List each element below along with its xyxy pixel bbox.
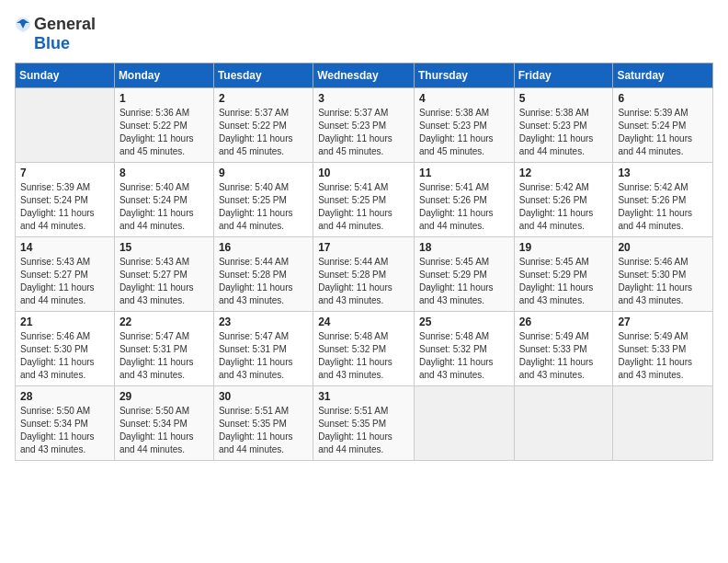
calendar-cell: 10Sunrise: 5:41 AM Sunset: 5:25 PM Dayli… xyxy=(313,163,415,237)
calendar-cell: 18Sunrise: 5:45 AM Sunset: 5:29 PM Dayli… xyxy=(414,237,514,312)
calendar-cell: 26Sunrise: 5:49 AM Sunset: 5:33 PM Dayli… xyxy=(514,312,613,386)
calendar-cell: 15Sunrise: 5:43 AM Sunset: 5:27 PM Dayli… xyxy=(114,237,213,312)
day-info: Sunrise: 5:39 AM Sunset: 5:24 PM Dayligh… xyxy=(20,181,109,233)
calendar-cell: 2Sunrise: 5:37 AM Sunset: 5:22 PM Daylig… xyxy=(213,88,313,163)
calendar-cell: 22Sunrise: 5:47 AM Sunset: 5:31 PM Dayli… xyxy=(114,312,213,386)
calendar-week-row: 7Sunrise: 5:39 AM Sunset: 5:24 PM Daylig… xyxy=(16,163,713,237)
day-info: Sunrise: 5:41 AM Sunset: 5:26 PM Dayligh… xyxy=(419,181,509,233)
day-number: 27 xyxy=(618,316,708,328)
calendar-cell xyxy=(16,88,115,163)
day-info: Sunrise: 5:41 AM Sunset: 5:25 PM Dayligh… xyxy=(318,181,409,233)
day-info: Sunrise: 5:40 AM Sunset: 5:25 PM Dayligh… xyxy=(219,181,308,233)
calendar-cell: 20Sunrise: 5:46 AM Sunset: 5:30 PM Dayli… xyxy=(613,237,713,312)
day-number: 28 xyxy=(20,390,109,403)
day-number: 12 xyxy=(519,167,609,179)
calendar-cell: 21Sunrise: 5:46 AM Sunset: 5:30 PM Dayli… xyxy=(16,312,115,386)
day-info: Sunrise: 5:50 AM Sunset: 5:34 PM Dayligh… xyxy=(20,405,109,456)
day-number: 17 xyxy=(318,241,409,254)
day-number: 9 xyxy=(219,167,308,179)
day-number: 13 xyxy=(618,167,708,179)
day-info: Sunrise: 5:45 AM Sunset: 5:29 PM Dayligh… xyxy=(519,256,609,307)
day-number: 2 xyxy=(219,92,308,105)
calendar-cell: 27Sunrise: 5:49 AM Sunset: 5:33 PM Dayli… xyxy=(613,312,713,386)
calendar-cell: 16Sunrise: 5:44 AM Sunset: 5:28 PM Dayli… xyxy=(213,237,313,312)
day-info: Sunrise: 5:49 AM Sunset: 5:33 PM Dayligh… xyxy=(519,330,609,382)
day-number: 29 xyxy=(119,390,209,403)
calendar-cell: 25Sunrise: 5:48 AM Sunset: 5:32 PM Dayli… xyxy=(414,312,514,386)
calendar-cell: 6Sunrise: 5:39 AM Sunset: 5:24 PM Daylig… xyxy=(613,88,713,163)
day-info: Sunrise: 5:51 AM Sunset: 5:35 PM Dayligh… xyxy=(219,405,308,456)
day-number: 15 xyxy=(119,241,209,254)
calendar-cell: 23Sunrise: 5:47 AM Sunset: 5:31 PM Dayli… xyxy=(213,312,313,386)
calendar-cell: 28Sunrise: 5:50 AM Sunset: 5:34 PM Dayli… xyxy=(16,386,115,461)
day-info: Sunrise: 5:47 AM Sunset: 5:31 PM Dayligh… xyxy=(219,330,308,382)
column-header-tuesday: Tuesday xyxy=(213,63,313,88)
page-header: General Blue xyxy=(15,15,713,53)
calendar-week-row: 21Sunrise: 5:46 AM Sunset: 5:30 PM Dayli… xyxy=(16,312,713,386)
day-info: Sunrise: 5:46 AM Sunset: 5:30 PM Dayligh… xyxy=(618,256,708,307)
day-number: 22 xyxy=(119,316,209,328)
calendar-cell: 19Sunrise: 5:45 AM Sunset: 5:29 PM Dayli… xyxy=(514,237,613,312)
day-number: 14 xyxy=(20,241,109,254)
day-info: Sunrise: 5:45 AM Sunset: 5:29 PM Dayligh… xyxy=(419,256,509,307)
calendar-cell: 29Sunrise: 5:50 AM Sunset: 5:34 PM Dayli… xyxy=(114,386,213,461)
day-number: 23 xyxy=(219,316,308,328)
column-header-friday: Friday xyxy=(514,63,613,88)
day-info: Sunrise: 5:50 AM Sunset: 5:34 PM Dayligh… xyxy=(119,405,209,456)
day-info: Sunrise: 5:37 AM Sunset: 5:22 PM Dayligh… xyxy=(219,107,308,158)
day-number: 11 xyxy=(419,167,509,179)
calendar-cell: 3Sunrise: 5:37 AM Sunset: 5:23 PM Daylig… xyxy=(313,88,415,163)
day-number: 16 xyxy=(219,241,308,254)
calendar-cell xyxy=(514,386,613,461)
column-header-wednesday: Wednesday xyxy=(313,63,415,88)
day-info: Sunrise: 5:48 AM Sunset: 5:32 PM Dayligh… xyxy=(318,330,409,382)
day-number: 26 xyxy=(519,316,609,328)
calendar-cell xyxy=(414,386,514,461)
day-info: Sunrise: 5:44 AM Sunset: 5:28 PM Dayligh… xyxy=(318,256,409,307)
day-number: 6 xyxy=(618,92,708,105)
day-info: Sunrise: 5:38 AM Sunset: 5:23 PM Dayligh… xyxy=(519,107,609,158)
day-info: Sunrise: 5:43 AM Sunset: 5:27 PM Dayligh… xyxy=(20,256,109,307)
calendar-cell xyxy=(613,386,713,461)
column-header-thursday: Thursday xyxy=(414,63,514,88)
calendar-cell: 14Sunrise: 5:43 AM Sunset: 5:27 PM Dayli… xyxy=(16,237,115,312)
calendar-cell: 4Sunrise: 5:38 AM Sunset: 5:23 PM Daylig… xyxy=(414,88,514,163)
column-header-monday: Monday xyxy=(114,63,213,88)
day-number: 21 xyxy=(20,316,109,328)
day-number: 7 xyxy=(20,167,109,179)
day-info: Sunrise: 5:40 AM Sunset: 5:24 PM Dayligh… xyxy=(119,181,209,233)
calendar-cell: 24Sunrise: 5:48 AM Sunset: 5:32 PM Dayli… xyxy=(313,312,415,386)
day-info: Sunrise: 5:48 AM Sunset: 5:32 PM Dayligh… xyxy=(419,330,509,382)
calendar-week-row: 1Sunrise: 5:36 AM Sunset: 5:22 PM Daylig… xyxy=(16,88,713,163)
day-number: 30 xyxy=(219,390,308,403)
calendar-cell: 8Sunrise: 5:40 AM Sunset: 5:24 PM Daylig… xyxy=(114,163,213,237)
day-info: Sunrise: 5:46 AM Sunset: 5:30 PM Dayligh… xyxy=(20,330,109,382)
column-header-sunday: Sunday xyxy=(16,63,115,88)
calendar-header: SundayMondayTuesdayWednesdayThursdayFrid… xyxy=(16,63,713,88)
calendar-cell: 31Sunrise: 5:51 AM Sunset: 5:35 PM Dayli… xyxy=(313,386,415,461)
day-info: Sunrise: 5:51 AM Sunset: 5:35 PM Dayligh… xyxy=(318,405,409,456)
day-number: 3 xyxy=(318,92,409,105)
calendar-cell: 11Sunrise: 5:41 AM Sunset: 5:26 PM Dayli… xyxy=(414,163,514,237)
day-number: 20 xyxy=(618,241,708,254)
calendar-cell: 7Sunrise: 5:39 AM Sunset: 5:24 PM Daylig… xyxy=(16,163,115,237)
day-info: Sunrise: 5:43 AM Sunset: 5:27 PM Dayligh… xyxy=(119,256,209,307)
logo: General Blue xyxy=(15,15,96,53)
day-info: Sunrise: 5:49 AM Sunset: 5:33 PM Dayligh… xyxy=(618,330,708,382)
day-info: Sunrise: 5:47 AM Sunset: 5:31 PM Dayligh… xyxy=(119,330,209,382)
day-info: Sunrise: 5:42 AM Sunset: 5:26 PM Dayligh… xyxy=(618,181,708,233)
day-number: 5 xyxy=(519,92,609,105)
logo-bird-icon xyxy=(15,16,31,34)
day-number: 4 xyxy=(419,92,509,105)
day-info: Sunrise: 5:37 AM Sunset: 5:23 PM Dayligh… xyxy=(318,107,409,158)
logo-general: General xyxy=(34,15,96,34)
logo-blue: Blue xyxy=(34,34,70,53)
calendar-cell: 17Sunrise: 5:44 AM Sunset: 5:28 PM Dayli… xyxy=(313,237,415,312)
column-header-saturday: Saturday xyxy=(613,63,713,88)
day-number: 19 xyxy=(519,241,609,254)
calendar-table: SundayMondayTuesdayWednesdayThursdayFrid… xyxy=(15,63,713,461)
calendar-cell: 13Sunrise: 5:42 AM Sunset: 5:26 PM Dayli… xyxy=(613,163,713,237)
calendar-cell: 1Sunrise: 5:36 AM Sunset: 5:22 PM Daylig… xyxy=(114,88,213,163)
day-info: Sunrise: 5:42 AM Sunset: 5:26 PM Dayligh… xyxy=(519,181,609,233)
calendar-cell: 5Sunrise: 5:38 AM Sunset: 5:23 PM Daylig… xyxy=(514,88,613,163)
